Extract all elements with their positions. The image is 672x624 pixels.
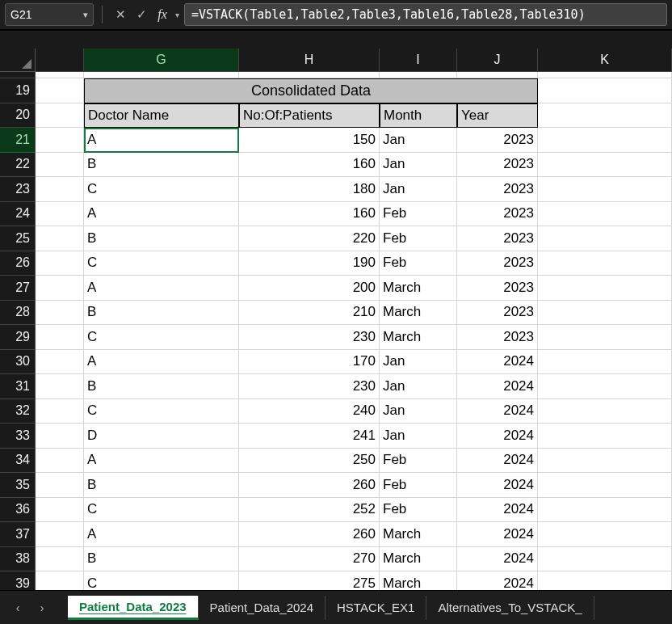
cell-month[interactable]: Feb [380, 449, 457, 474]
header-year[interactable]: Year [457, 103, 538, 129]
cell-doctor-name[interactable]: B [84, 153, 239, 178]
cell[interactable] [239, 72, 380, 78]
cell[interactable] [538, 301, 672, 326]
cell[interactable] [36, 350, 84, 375]
cell-year[interactable]: 2023 [457, 128, 538, 153]
cell-year[interactable]: 2023 [457, 153, 538, 178]
cell-month[interactable]: Jan [380, 177, 457, 202]
cell-month[interactable]: Jan [380, 399, 457, 424]
cell[interactable] [538, 103, 672, 129]
cancel-formula-icon[interactable]: ✕ [111, 4, 130, 25]
cell-patients[interactable]: 190 [239, 251, 380, 276]
cell-doctor-name[interactable]: C [84, 177, 239, 202]
row-header-27[interactable]: 27 [0, 276, 36, 301]
cell-doctor-name[interactable]: A [84, 449, 239, 474]
header-no-of-patients[interactable]: No:Of:Patients [239, 103, 380, 129]
cell[interactable] [538, 128, 672, 153]
column-header-j[interactable]: J [457, 48, 538, 72]
cell[interactable] [36, 202, 84, 227]
row-header-34[interactable]: 34 [0, 449, 36, 474]
cell[interactable] [84, 72, 239, 78]
cell-doctor-name[interactable]: B [84, 547, 239, 572]
cell-month[interactable]: March [380, 301, 457, 326]
cell[interactable] [36, 78, 84, 103]
cell[interactable] [538, 399, 672, 424]
cell[interactable] [538, 449, 672, 474]
sheet-tab[interactable]: Patient_Data_2023 [68, 596, 199, 620]
cell[interactable] [36, 571, 84, 590]
cell-doctor-name[interactable]: A [84, 128, 239, 153]
cell[interactable] [36, 177, 84, 202]
header-doctor-name[interactable]: Doctor Name [84, 103, 239, 129]
row-header-partial[interactable] [0, 72, 36, 78]
cell[interactable] [457, 72, 538, 78]
cell-month[interactable]: Jan [380, 374, 457, 399]
cell-patients[interactable]: 260 [239, 473, 380, 498]
cell-month[interactable]: March [380, 522, 457, 547]
cell[interactable] [36, 251, 84, 276]
cell[interactable] [36, 276, 84, 301]
cell-year[interactable]: 2024 [457, 547, 538, 572]
sheet-tab[interactable]: HSTACK_EX1 [326, 596, 426, 620]
column-header-k[interactable]: K [538, 48, 672, 72]
cell-doctor-name[interactable]: C [84, 325, 239, 350]
column-header-h[interactable]: H [239, 48, 380, 72]
cell-patients[interactable]: 275 [239, 571, 380, 590]
row-header-31[interactable]: 31 [0, 374, 36, 399]
cell-doctor-name[interactable]: B [84, 301, 239, 326]
cell-patients[interactable]: 160 [239, 202, 380, 227]
row-header-33[interactable]: 33 [0, 424, 36, 449]
cell-month[interactable]: Feb [380, 251, 457, 276]
cell-month[interactable]: Feb [380, 226, 457, 251]
cell-month[interactable]: Jan [380, 128, 457, 153]
cell-patients[interactable]: 160 [239, 153, 380, 178]
column-header-blank[interactable] [36, 48, 84, 72]
cell[interactable] [36, 449, 84, 474]
accept-formula-icon[interactable]: ✓ [132, 4, 151, 25]
title-cell[interactable]: Consolidated Data [84, 78, 538, 103]
cell-month[interactable]: Jan [380, 350, 457, 375]
cell[interactable] [36, 128, 84, 153]
row-header-19[interactable]: 19 [0, 78, 36, 103]
cell-patients[interactable]: 241 [239, 424, 380, 449]
cell[interactable] [538, 202, 672, 227]
column-header-g[interactable]: G [84, 48, 239, 72]
sheet-tab[interactable]: Alternatives_To_VSTACK_ [426, 596, 594, 620]
cell-year[interactable]: 2024 [457, 424, 538, 449]
cell-year[interactable]: 2023 [457, 177, 538, 202]
cell-doctor-name[interactable]: C [84, 399, 239, 424]
cell-patients[interactable]: 150 [239, 128, 380, 153]
cell[interactable] [36, 424, 84, 449]
name-box[interactable]: G21 ▾ [5, 3, 94, 26]
cell-month[interactable]: Jan [380, 424, 457, 449]
cell[interactable] [36, 103, 84, 129]
cell-patients[interactable]: 180 [239, 177, 380, 202]
row-header-24[interactable]: 24 [0, 202, 36, 227]
cell-patients[interactable]: 170 [239, 350, 380, 375]
chevron-down-icon[interactable]: ▾ [83, 10, 88, 20]
cell[interactable] [538, 547, 672, 572]
cell-month[interactable]: March [380, 571, 457, 590]
cell-doctor-name[interactable]: C [84, 571, 239, 590]
cell-patients[interactable]: 230 [239, 374, 380, 399]
cell-patients[interactable]: 220 [239, 226, 380, 251]
cell[interactable] [538, 276, 672, 301]
cell[interactable] [36, 72, 84, 78]
row-header-38[interactable]: 38 [0, 547, 36, 572]
cell-year[interactable]: 2023 [457, 202, 538, 227]
cell[interactable] [538, 153, 672, 178]
row-header-37[interactable]: 37 [0, 522, 36, 547]
cell[interactable] [36, 301, 84, 326]
cell-doctor-name[interactable]: C [84, 251, 239, 276]
next-sheet-icon[interactable]: › [31, 597, 53, 619]
row-header-25[interactable]: 25 [0, 226, 36, 251]
cell[interactable] [538, 374, 672, 399]
cell-year[interactable]: 2024 [457, 399, 538, 424]
row-header-35[interactable]: 35 [0, 473, 36, 498]
cell-patients[interactable]: 252 [239, 498, 380, 523]
cell-month[interactable]: Feb [380, 498, 457, 523]
fx-icon[interactable]: fx [153, 4, 172, 25]
cell-year[interactable]: 2023 [457, 226, 538, 251]
cell-year[interactable]: 2024 [457, 473, 538, 498]
cell[interactable] [538, 325, 672, 350]
